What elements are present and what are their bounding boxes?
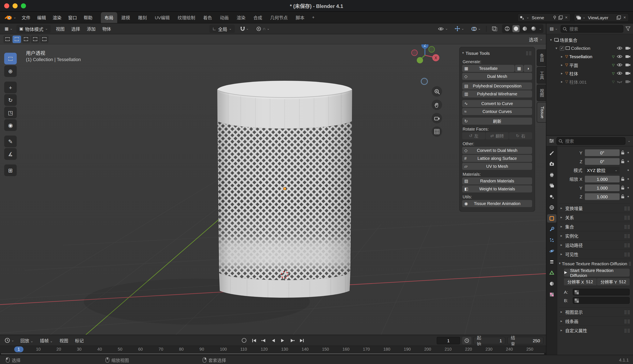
dual-mesh-button[interactable]: ◇Dual Mesh: [462, 73, 532, 80]
outliner-search-input[interactable]: [561, 26, 623, 31]
rotation-mode-dropdown[interactable]: XYZ 欧拉⌄: [585, 167, 619, 174]
proportional-editing-button[interactable]: ∩ ⌄: [254, 25, 272, 32]
gizmo-minus-x[interactable]: [411, 50, 417, 56]
texture-a-field[interactable]: [573, 289, 630, 296]
convert-to-curve-button[interactable]: ∿Convert to Curve: [462, 100, 532, 107]
section-delta-transform[interactable]: ▸变换增量⣿⣿: [559, 203, 630, 212]
workspace-tab-geometry-nodes[interactable]: 几何节点: [266, 12, 292, 23]
properties-tab-modifiers[interactable]: [547, 225, 556, 234]
viewport-menu-object[interactable]: 物体: [99, 24, 115, 34]
outliner-row-cylinder[interactable]: ▸▽柱体▽: [546, 69, 633, 78]
select-mode-new[interactable]: [13, 35, 21, 43]
gizmos-toggle[interactable]: ⌄: [453, 25, 466, 32]
properties-tab-world[interactable]: [547, 203, 556, 212]
lock-toggle[interactable]: [619, 150, 626, 155]
expand-caret-icon[interactable]: ▾: [554, 46, 558, 50]
outliner-row-tessellation[interactable]: ▸▽Tessellation▽: [546, 52, 633, 61]
properties-tab-constraints[interactable]: [547, 258, 556, 266]
render-visibility-toggle[interactable]: [625, 63, 630, 67]
visibility-toggle[interactable]: [617, 63, 622, 67]
animate-decorator[interactable]: ●: [626, 186, 630, 190]
current-frame-field[interactable]: 1: [437, 336, 460, 344]
next-keyframe-button[interactable]: [289, 337, 296, 344]
frame-end-field[interactable]: 结束 250: [507, 336, 543, 344]
outliner-row-collection[interactable]: ▾✓Collection: [546, 44, 633, 52]
render-visibility-toggle[interactable]: [625, 71, 630, 75]
remove-viewlayer-icon[interactable]: ×: [622, 15, 627, 20]
properties-tab-render[interactable]: [547, 160, 556, 168]
timeline-menu-playback[interactable]: 回放 ⌄: [17, 336, 37, 345]
zoom-window-button[interactable]: [21, 3, 26, 8]
minimize-window-button[interactable]: [13, 3, 18, 8]
ortho-toggle-button[interactable]: [432, 126, 442, 137]
properties-tab-data[interactable]: [547, 268, 556, 277]
sidebar-tab-tool[interactable]: 工具: [537, 67, 546, 84]
scale-x-field[interactable]: 1.000: [585, 176, 619, 182]
section-collections[interactable]: ▸集合⣿⣿: [559, 222, 630, 231]
contour-curves-button[interactable]: ≈Contour Curves: [462, 108, 532, 115]
render-visibility-toggle[interactable]: [625, 46, 630, 50]
render-visibility-toggle[interactable]: [625, 54, 630, 58]
refresh-button[interactable]: ↻刷新: [462, 118, 532, 125]
properties-tab-particles[interactable]: [547, 236, 556, 244]
rotate-right-button[interactable]: ↻右: [509, 132, 532, 139]
tool-cursor[interactable]: ⊕: [4, 65, 17, 77]
unlink-scene-icon[interactable]: ×: [564, 15, 568, 20]
camera-view-button[interactable]: [432, 113, 442, 124]
workspace-tab-compositing[interactable]: 合成: [250, 12, 266, 23]
visibility-toggle[interactable]: [617, 54, 622, 58]
uv-to-mesh-button[interactable]: ▱UV to Mesh: [462, 163, 532, 170]
menu-window[interactable]: 窗口: [65, 12, 80, 22]
properties-search[interactable]: [556, 137, 626, 144]
pin-icon[interactable]: [553, 15, 557, 20]
workspace-tab-rendering[interactable]: 渲染: [233, 12, 249, 23]
viewport-menu-add[interactable]: 添加: [84, 24, 99, 34]
animate-decorator[interactable]: ●: [626, 160, 630, 163]
tool-rotate[interactable]: ↻: [4, 94, 17, 106]
tool-select-box[interactable]: [4, 53, 17, 64]
properties-tab-physics[interactable]: [547, 247, 556, 255]
flip-button[interactable]: ⇄翻转: [486, 132, 509, 139]
properties-tab-material[interactable]: [547, 280, 556, 288]
polyhedral-decomposition-button[interactable]: ▤Polyhedral Decomposition: [462, 82, 532, 90]
current-frame-indicator[interactable]: 1: [14, 347, 23, 352]
outliner-row-scene-collection[interactable]: ▾场景集合: [546, 36, 633, 44]
workspace-tab-layout[interactable]: 布局: [101, 12, 117, 23]
rotate-left-button[interactable]: ↺左: [462, 132, 485, 139]
animate-decorator[interactable]: ●: [626, 194, 630, 198]
tool-move[interactable]: +: [4, 82, 17, 93]
texture-b-field[interactable]: [573, 297, 630, 304]
section-visibility[interactable]: ▸可见性⣿⣿: [559, 249, 630, 258]
sidebar-tab-tissue[interactable]: Tissue: [537, 102, 546, 122]
gizmo-y-axis[interactable]: [417, 57, 423, 64]
menu-file[interactable]: 文件: [18, 12, 34, 22]
visibility-toggle[interactable]: [617, 80, 622, 84]
add-workspace-button[interactable]: +: [308, 12, 318, 22]
start-texture-reaction-diffusion-button[interactable]: Start Texture Reaction Diffusion: [564, 268, 630, 276]
filter-icon[interactable]: [625, 26, 630, 31]
new-viewlayer-icon[interactable]: [617, 15, 621, 20]
expand-caret-icon[interactable]: ▸: [560, 71, 564, 75]
sidebar-tab-view[interactable]: 视图: [537, 84, 546, 101]
gizmo-minus-y[interactable]: [429, 46, 435, 52]
lock-toggle[interactable]: [619, 176, 626, 181]
timeline-scroll-handle[interactable]: [1, 353, 544, 354]
viewport-menu-select[interactable]: 选择: [68, 24, 84, 34]
viewlayer-selector[interactable]: ⌄ ViewLayer ×: [574, 13, 629, 22]
rotation-y-field[interactable]: 0°: [585, 149, 619, 156]
xray-toggle[interactable]: [490, 25, 500, 32]
shading-material-button[interactable]: [521, 25, 528, 32]
select-mode-tweak[interactable]: [3, 35, 12, 43]
expand-caret-icon[interactable]: ▾: [549, 38, 553, 42]
navigation-gizmo[interactable]: Z X: [408, 44, 442, 74]
tessellate-button[interactable]: ▦Tessellate: [462, 65, 514, 72]
section-viewport-display[interactable]: ▸视图显示⣿⣿: [559, 307, 630, 316]
tool-add-cube[interactable]: ⊞: [4, 164, 17, 176]
resolution-x-field[interactable]: 分辨率 X512: [564, 278, 596, 285]
section-instancing[interactable]: ▸实例化⣿⣿: [559, 231, 630, 240]
overlays-toggle[interactable]: ⌄: [469, 25, 483, 32]
properties-tab-output[interactable]: [547, 171, 556, 179]
section-tissue-reaction-diffusion[interactable]: ▾Tissue Texture Reaction-Diffusion⣿: [559, 258, 630, 268]
lattice-along-surface-button[interactable]: #Lattice along Surface: [462, 155, 532, 162]
jump-to-end-button[interactable]: [298, 337, 306, 344]
